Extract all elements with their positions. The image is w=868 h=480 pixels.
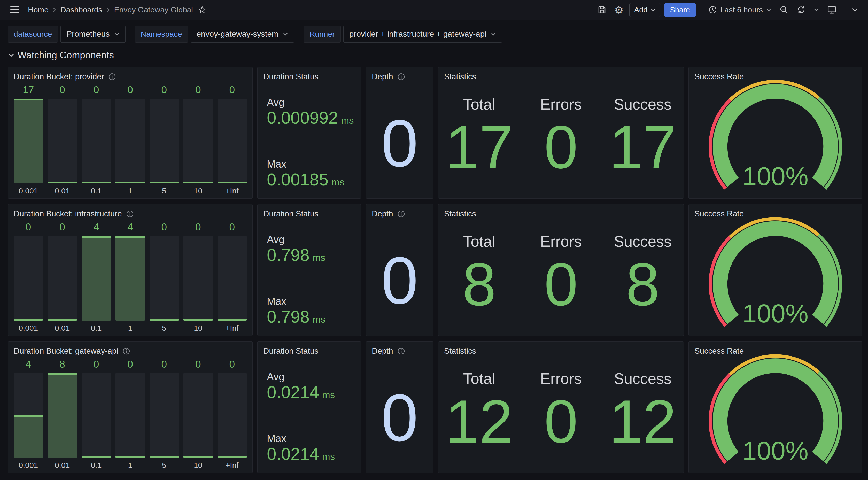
panel-header[interactable]: Success Rate [689,67,862,82]
collapse-topnav-chevron-icon[interactable] [849,4,860,15]
panel-header[interactable]: Duration Bucket: infrastructure [8,204,252,219]
panel-header[interactable]: Duration Status [257,341,361,356]
share-button[interactable]: Share [664,3,696,17]
bar[interactable]: 0+Inf [218,357,247,470]
gear-icon[interactable]: ⚙ [612,3,626,17]
toolbar: ⚙ Add Share Last 6 hours [595,3,860,17]
panel-header[interactable]: Duration Status [257,204,361,219]
bar-fill [116,182,145,183]
bar[interactable]: 010 [183,83,213,195]
info-icon[interactable] [122,347,130,355]
gauge: 100% [689,204,862,336]
variable-value-dropdown[interactable]: Prometheus [60,26,125,42]
favorite-star-icon[interactable] [196,4,209,16]
panel-depth: Depth 0 [366,67,433,199]
menu-icon[interactable] [8,4,22,16]
bar[interactable]: 170.001 [14,83,43,195]
zoom-out-icon[interactable] [777,3,791,17]
stat-label: Errors [520,96,602,113]
stat-unit: ms [313,314,325,325]
bar[interactable]: 05 [150,220,179,332]
info-icon[interactable] [397,210,405,218]
breadcrumb: Home Dashboards Envoy Gateway Global [28,4,209,16]
variable-value-dropdown[interactable]: envoy-gateway-system [191,26,294,42]
bar-label: 5 [150,321,179,332]
panel-header[interactable]: Duration Bucket: provider [8,67,252,82]
bar[interactable]: 0+Inf [218,83,247,195]
info-icon[interactable] [108,73,116,81]
bar-label: 10 [183,183,213,195]
chevron-down-icon [491,31,496,37]
bar[interactable]: 00.1 [82,357,111,470]
avg-stat: Avg 0.798ms [267,234,361,265]
time-range-picker[interactable]: Last 6 hours [706,4,774,16]
variable-value-dropdown[interactable]: provider + infrastructure + gateway-api [343,26,502,42]
bar[interactable]: 00.1 [82,83,111,195]
panel-header[interactable]: Statistics [438,204,684,219]
section-title: Watching Components [18,50,114,61]
bar[interactable]: 80.01 [48,357,77,470]
stat-label: Total [438,233,520,250]
variable-label: datasource [8,26,58,42]
panel-header[interactable]: Success Rate [689,204,862,219]
bar[interactable]: 41 [116,220,145,332]
bar-fill [150,182,179,183]
info-icon[interactable] [397,347,405,355]
bar[interactable]: 010 [183,357,213,470]
panel-title: Statistics [444,72,476,81]
panel-title: Duration Bucket: infrastructure [14,209,122,218]
panel-header[interactable]: Statistics [438,341,684,356]
stat-label: Avg [267,97,361,108]
variable-namespace: Namespace envoy-gateway-system [135,26,294,42]
panel-header[interactable]: Success Rate [689,341,862,356]
bar[interactable]: 00.01 [48,220,77,332]
kiosk-monitor-icon[interactable] [825,3,839,17]
section-row-watching-components[interactable]: Watching Components [0,42,868,61]
info-icon[interactable] [126,210,134,218]
refresh-icon[interactable] [795,3,808,17]
bar-track [150,99,179,183]
panel-header[interactable]: Duration Status [257,67,361,82]
panel-statistics: Statistics Total 12 Errors 0 Success 12 [438,341,684,473]
bar-label: 1 [116,183,145,195]
bar-value: 0 [183,83,213,97]
breadcrumb-home[interactable]: Home [28,5,49,14]
panel-duration-bucket: Duration Bucket: provider 170.001 00.01 … [8,67,253,199]
panel-depth: Depth 0 [366,204,433,336]
bar-track [48,99,77,183]
breadcrumb-dashboards[interactable]: Dashboards [60,5,102,14]
chevron-down-icon [114,31,120,37]
bar[interactable]: 05 [150,83,179,195]
max-stat: Max 0.798ms [267,296,361,327]
bar[interactable]: 00.01 [48,83,77,195]
panel-header[interactable]: Depth [366,341,433,356]
bar[interactable]: 00.001 [14,220,43,332]
variable-runner: Runner provider + infrastructure + gatew… [304,26,502,42]
panel-success-rate: Success Rate 100% [688,67,862,199]
panel-header[interactable]: Duration Bucket: gateway-api [8,341,252,356]
bar[interactable]: 01 [116,357,145,470]
bar[interactable]: 05 [150,357,179,470]
info-icon[interactable] [397,73,405,81]
panel-duration-status: Duration Status Avg 0.000992ms Max 0.001… [257,67,361,199]
save-icon[interactable] [595,3,609,17]
refresh-interval-chevron-icon[interactable] [811,5,821,15]
chevron-down-icon [8,52,14,59]
bar[interactable]: 010 [183,220,213,332]
bar-value: 0 [150,83,179,97]
bar-track [150,236,179,321]
gauge-value: 100% [689,438,862,463]
stat-label: Max [267,433,361,444]
bar[interactable]: 01 [116,83,145,195]
panel-header[interactable]: Depth [366,204,433,219]
panel-duration-bucket: Duration Bucket: infrastructure 00.001 0… [8,204,253,336]
panel-header[interactable]: Depth [366,67,433,82]
add-button[interactable]: Add [629,3,661,17]
bar[interactable]: 40.1 [82,220,111,332]
gauge: 100% [689,67,862,199]
bar[interactable]: 0+Inf [218,220,247,332]
panel-depth: Depth 0 [366,341,433,473]
bar-fill [183,319,213,321]
bar[interactable]: 40.001 [14,357,43,470]
panel-header[interactable]: Statistics [438,67,684,82]
